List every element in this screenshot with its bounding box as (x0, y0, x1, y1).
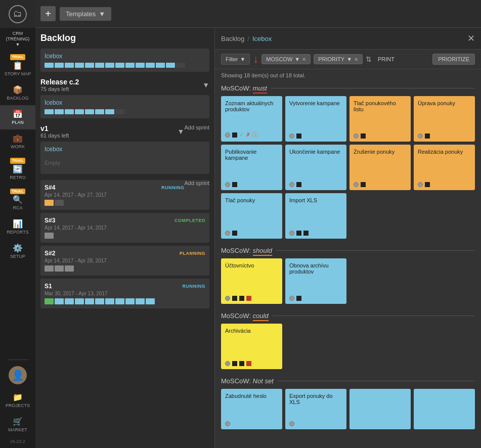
release-title-group: Release c.2 75 days left (40, 78, 79, 92)
x-icon: ✗ (246, 131, 250, 138)
story-card-11[interactable]: Účtovníctvo (221, 258, 282, 304)
sprint-s1-status: RUNNING (183, 284, 206, 289)
card-10-title: Import XLS (289, 197, 342, 203)
release-title: Release c.2 (40, 78, 79, 86)
release-toggle-icon[interactable]: ▼ (202, 81, 209, 89)
sidebar-divider (8, 360, 28, 360)
story-card-14[interactable]: Zabudnuté heslo (221, 389, 282, 429)
close-button[interactable]: ✕ (467, 33, 475, 44)
story-card-6[interactable]: Ukončenie kampane (285, 145, 346, 190)
card-12-footer (289, 296, 301, 301)
priority-filter-close-icon[interactable]: ✕ (354, 57, 358, 62)
moscow-filter-tag[interactable]: MOSCOW ▼ ✕ (261, 54, 311, 64)
story-card-10[interactable]: Import XLS (285, 193, 346, 239)
dot-gray (225, 361, 230, 366)
icebox-block (85, 63, 94, 68)
moscow-must-section: MoSCoW: must Zoznam aktuálnych produktov… (215, 81, 481, 244)
sidebar-item-work[interactable]: 💼 WORK (0, 129, 35, 154)
story-card-3[interactable]: Tlač ponukového listu (349, 96, 411, 142)
sidebar-item-backlog[interactable]: 📦 BACKLOG (0, 81, 35, 105)
story-card-12[interactable]: Obnova archívu produktov (285, 258, 346, 304)
story-card-9[interactable]: Tlač ponuky (221, 193, 282, 239)
breadcrumb-backlog[interactable]: Backlog (221, 35, 244, 42)
sprint-row-s2[interactable]: S#2 PLANNING Apr 14, 2017 - Apr 28, 2017 (40, 246, 209, 276)
moscow-filter-close-icon[interactable]: ✕ (302, 57, 306, 62)
sidebar-item-projects[interactable]: 📁 PROJECTS (0, 388, 35, 413)
sprint-block (105, 298, 114, 304)
filter-label: Filter (226, 56, 238, 62)
sidebar-item-reports[interactable]: 📊 REPORTS (0, 215, 35, 239)
filter-sort-icon[interactable]: ⇅ (366, 55, 372, 63)
sprint-row-s3[interactable]: S#3 COMPLETED Apr 14, 2017 - Apr 14, 201… (40, 213, 209, 243)
priority-filter-tag[interactable]: PRIORITY ▼ ✕ (314, 54, 363, 64)
release-add-sprint-btn[interactable]: Add sprint (184, 122, 209, 132)
release-subtitle: 75 days left (40, 86, 79, 92)
story-card-5[interactable]: Publikovanie kampane (221, 145, 282, 190)
v1-add-sprint-btn[interactable]: Add sprint (184, 178, 209, 188)
release-icebox-label: Icebox (45, 99, 205, 106)
sq-black (232, 296, 237, 301)
story-card-15[interactable]: Export ponuky do XLS (285, 389, 346, 429)
story-card-7[interactable]: Zrušenie ponuky (349, 145, 411, 190)
moscow-filter-label: MOSCOW (266, 56, 292, 62)
sidebar-item-plan[interactable]: 📅 PLAN (0, 105, 35, 129)
sprint-block (55, 298, 64, 304)
release-section: Release c.2 75 days left ▼ Icebox (40, 78, 209, 118)
card-13-footer (225, 361, 251, 366)
sidebar-item-story-map[interactable]: TRIAL 📋 STORY MAP (0, 50, 35, 81)
v1-title: v1 (40, 124, 69, 132)
dot-gray (418, 182, 423, 187)
release-header: Release c.2 75 days left ▼ (40, 78, 209, 92)
story-card-16[interactable] (349, 389, 411, 429)
sidebar-label-market: MARKET (8, 427, 27, 433)
release-block (45, 109, 54, 114)
icebox-block (65, 63, 74, 68)
logo-icon: 🗂 (9, 5, 27, 23)
sprint-s4-dates: Apr 14, 2017 - Apr 27, 2017 (45, 192, 205, 198)
sq-black (425, 182, 430, 187)
sidebar-item-market[interactable]: 🛒 MARKET (0, 413, 35, 437)
sidebar-item-rca[interactable]: TRIAL 🔍 RCA (0, 185, 35, 215)
card-15-footer (289, 421, 294, 426)
sidebar-org[interactable]: CRM (TRÉNING) ▼ (0, 28, 35, 50)
sidebar-item-user[interactable]: 👤 (0, 362, 35, 388)
card-6-title: Ukončenie kampane (289, 149, 342, 155)
sprint-s3-blocks (45, 233, 205, 239)
moscow-could-label: MoSCoW: could (221, 312, 269, 320)
breadcrumb-icebox[interactable]: Icebox (252, 35, 272, 42)
story-card-2[interactable]: Vytvorenie kampane (285, 96, 346, 142)
sprint-row-s1[interactable]: S1 RUNNING Mar 30, 2017 - Apr 13, 2017 (40, 279, 209, 308)
print-button[interactable]: PRINT (375, 54, 398, 64)
breadcrumb: Backlog / Icebox (221, 35, 272, 42)
v1-toggle-icon[interactable]: ▼ (178, 127, 185, 136)
dot-gray (289, 231, 294, 236)
filter-select[interactable]: Filter ▼ (221, 54, 250, 65)
story-card-8[interactable]: Realizácia ponuky (414, 145, 475, 190)
prioritize-button[interactable]: PRIORITIZE (432, 54, 475, 65)
v1-icebox-box[interactable]: Icebox Empty (40, 142, 209, 174)
release-block (105, 109, 114, 114)
card-3-title: Tlač ponukového listu (354, 100, 407, 112)
story-card-13[interactable]: Archivácia (221, 324, 282, 369)
icebox-block (136, 63, 145, 68)
icebox-block (115, 63, 124, 68)
story-card-1[interactable]: Zoznam aktuálnych produktov ✓ ✗ ⓘ (221, 96, 282, 142)
release-icebox-box[interactable]: Icebox (40, 95, 209, 118)
sq-black (361, 182, 366, 187)
moscow-could-category: could (253, 312, 269, 321)
sprint-block (125, 298, 135, 304)
sidebar-label-projects: PROJECTS (6, 403, 30, 409)
showing-info: Showing 18 item(s) out of 18 total. (215, 69, 481, 81)
card-2-title: Vytvorenie kampane (289, 100, 342, 106)
top-bar: + Templates ▼ (35, 0, 481, 28)
templates-button[interactable]: Templates ▼ (60, 7, 111, 21)
add-button[interactable]: + (40, 6, 56, 21)
sq-black (232, 182, 237, 187)
icebox-box[interactable]: Icebox (40, 49, 209, 72)
card-15-title: Export ponuky do XLS (289, 393, 342, 405)
story-card-4[interactable]: Úprava ponuky (414, 96, 475, 142)
sidebar-item-setup[interactable]: ⚙️ SETUP (0, 239, 35, 263)
sidebar-item-retro[interactable]: TRIAL 🔄 RETRO (0, 154, 35, 185)
sq-black (232, 231, 237, 236)
story-card-17[interactable] (414, 389, 475, 429)
